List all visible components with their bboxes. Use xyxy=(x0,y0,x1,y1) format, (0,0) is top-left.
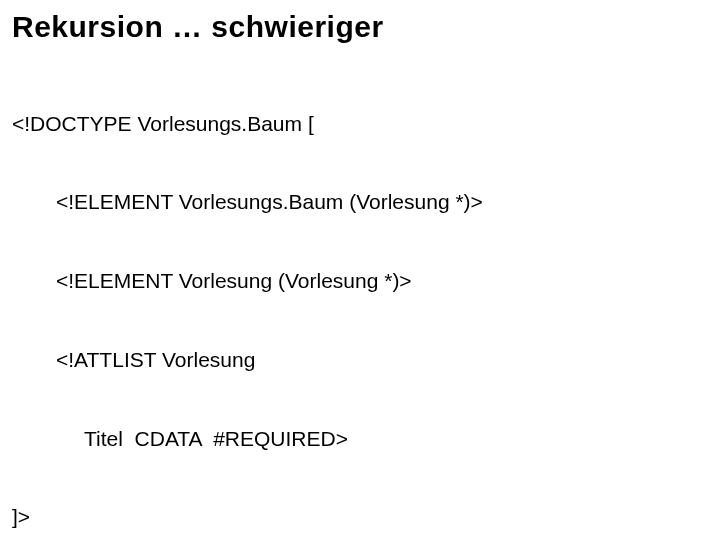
dtd-line-element-child: <!ELEMENT Vorlesung (Vorlesung *)> xyxy=(12,268,708,294)
dtd-line-close: ]> xyxy=(12,504,708,530)
dtd-line-attlist: <!ATTLIST Vorlesung xyxy=(12,347,708,373)
dtd-line-element-root: <!ELEMENT Vorlesungs.Baum (Vorlesung *)> xyxy=(12,189,708,215)
dtd-block: <!DOCTYPE Vorlesungs.Baum [ <!ELEMENT Vo… xyxy=(12,58,708,540)
dtd-line-att-titel: Titel CDATA #REQUIRED> xyxy=(12,426,708,452)
slide-title: Rekursion … schwieriger xyxy=(12,10,708,44)
dtd-line-doctype: <!DOCTYPE Vorlesungs.Baum [ xyxy=(12,111,708,137)
